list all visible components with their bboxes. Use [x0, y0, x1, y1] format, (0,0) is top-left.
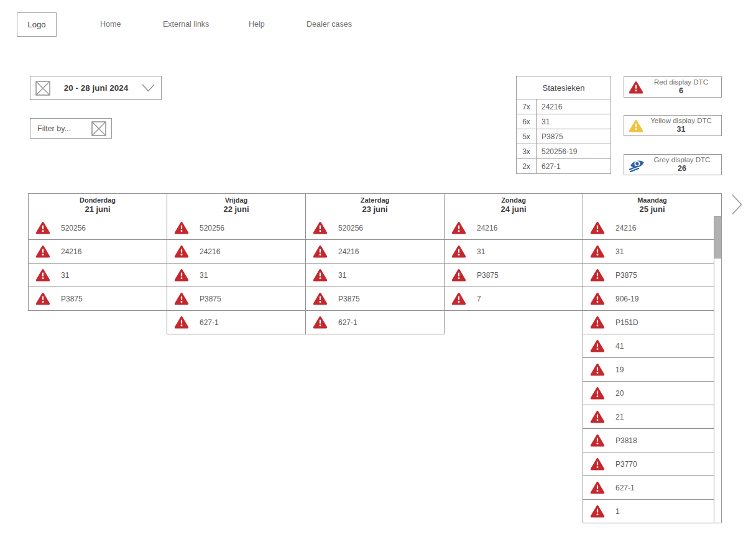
dtc-cell[interactable]: P3875	[583, 264, 714, 287]
dtc-cell[interactable]: 24216	[167, 240, 306, 264]
calendar-header-donderdag: Donderdag21 juni	[28, 193, 167, 217]
dtc-code: 24216	[200, 247, 220, 256]
red-warning-triangle-icon	[629, 81, 643, 94]
dtc-cell[interactable]: 31	[305, 264, 445, 287]
dtc-cell[interactable]: 520256	[305, 216, 445, 240]
dtc-cell[interactable]: 19	[583, 358, 714, 382]
calendar-day-date: 22 juni	[223, 204, 249, 214]
statistics-row: 6x31	[516, 114, 611, 129]
dtc-cell[interactable]: 627-1	[305, 311, 445, 334]
warning-triangle-icon	[590, 387, 605, 400]
warning-triangle-icon	[313, 221, 328, 234]
nav-item-help[interactable]: Help	[249, 20, 265, 29]
logo[interactable]: Logo	[17, 12, 57, 37]
calendar-header-maandag: Maandag25 juni	[583, 193, 722, 217]
dtc-cell[interactable]: 906-19	[583, 287, 714, 311]
nav-item-dealer-cases[interactable]: Dealer cases	[307, 20, 352, 29]
dtc-cell[interactable]: 24216	[583, 216, 714, 240]
dtc-code: P3818	[615, 436, 637, 445]
calendar-day-name: Donderdag	[80, 196, 116, 204]
dtc-cell[interactable]: P3818	[583, 429, 714, 452]
dtc-code: 7	[477, 295, 481, 303]
warning-triangle-icon	[590, 481, 605, 494]
dtc-card-label: Red display DTC	[643, 78, 719, 86]
nav-item-external-links[interactable]: External links	[163, 20, 209, 29]
dtc-cell[interactable]: 31	[167, 264, 306, 287]
calendar-day-name: Maandag	[637, 196, 667, 204]
warning-triangle-icon	[35, 245, 50, 258]
warning-triangle-icon	[451, 268, 466, 282]
dtc-code: 520256	[338, 224, 363, 232]
dtc-card-value: 26	[645, 164, 719, 173]
calendar-day-name: Zaterdag	[361, 196, 389, 204]
column-scrollbar[interactable]	[714, 216, 722, 523]
dtc-cell[interactable]: 31	[583, 240, 714, 264]
calendar-header-zondag: Zondag24 juni	[444, 193, 583, 217]
dtc-cell[interactable]: P3875	[305, 287, 445, 311]
calendar-placeholder-icon	[35, 81, 50, 96]
dtc-cell[interactable]: 1	[583, 500, 714, 523]
date-range-label: 20 - 28 juni 2024	[50, 83, 142, 93]
dtc-code: P3875	[338, 295, 360, 303]
warning-triangle-icon	[35, 268, 50, 282]
stat-code: 627-1	[536, 158, 611, 174]
warning-triangle-icon	[590, 505, 605, 518]
stat-code: 31	[536, 114, 611, 129]
dtc-cell[interactable]: 41	[583, 334, 714, 358]
dtc-code: 1	[615, 507, 620, 516]
nav-item-home[interactable]: Home	[100, 20, 121, 29]
dtc-code: 24216	[477, 224, 497, 232]
warning-triangle-icon	[590, 292, 605, 305]
dtc-cell[interactable]: P3875	[444, 264, 583, 287]
dtc-code: 31	[338, 271, 346, 280]
dtc-cell[interactable]: P3875	[167, 287, 306, 311]
calendar-header-zaterdag: Zaterdag23 juni	[305, 193, 445, 217]
dtc-cell[interactable]: 24216	[305, 240, 445, 264]
stat-count: 7x	[516, 99, 537, 114]
warning-triangle-icon	[313, 316, 328, 329]
date-range-picker[interactable]: 20 - 28 juni 2024	[30, 76, 162, 100]
dtc-card-yellow-display-dtc[interactable]: Yellow display DTC31	[624, 115, 722, 136]
dtc-cell[interactable]: 31	[28, 264, 167, 287]
warning-triangle-icon	[313, 268, 328, 282]
scrollbar-thumb[interactable]	[714, 217, 721, 259]
calendar-day-name: Vrijdag	[225, 196, 248, 204]
dtc-cell[interactable]: P3875	[28, 287, 167, 311]
dtc-cell[interactable]: P3770	[583, 452, 714, 476]
calendar-column-zaterdag: 5202562421631P3875627-1	[305, 216, 445, 334]
dtc-code: 21	[615, 413, 624, 421]
chevron-right-icon[interactable]	[731, 194, 743, 215]
calendar-day-name: Zondag	[501, 196, 526, 204]
dtc-cell[interactable]: 520256	[167, 216, 306, 240]
dtc-cell[interactable]: 21	[583, 405, 714, 429]
dtc-cell[interactable]: 627-1	[583, 476, 714, 500]
statistics-row: 2x627-1	[516, 158, 611, 174]
statistics-table: Statesieken 7x242166x315xP38753x520256-1…	[516, 76, 611, 174]
dtc-code: 31	[477, 247, 485, 256]
dtc-cell[interactable]: 20	[583, 382, 714, 405]
dtc-cell[interactable]: 24216	[28, 240, 167, 264]
warning-triangle-icon	[174, 221, 189, 234]
dtc-cell[interactable]: 627-1	[167, 311, 306, 334]
warning-triangle-icon	[451, 292, 466, 305]
dtc-code: 906-19	[615, 295, 638, 303]
dtc-cell[interactable]: P151D	[583, 311, 714, 334]
dtc-cell[interactable]: 24216	[444, 216, 583, 240]
warning-triangle-icon	[590, 221, 605, 234]
dtc-card-red-display-dtc[interactable]: Red display DTC6	[624, 76, 722, 98]
dtc-cell[interactable]: 7	[444, 287, 583, 311]
dtc-code: 627-1	[338, 318, 357, 327]
dtc-cell[interactable]: 31	[444, 240, 583, 264]
warning-triangle-icon	[35, 221, 50, 234]
dtc-code: 520256	[61, 224, 86, 232]
filter-input[interactable]: Filter by...	[30, 118, 112, 139]
dtc-cell[interactable]: 520256	[28, 216, 167, 240]
calendar-day-date: 23 juni	[362, 204, 387, 214]
stat-count: 3x	[516, 144, 537, 159]
dtc-code: 31	[615, 247, 624, 256]
dtc-card-grey-display-dtc[interactable]: Grey display DTC26	[624, 154, 722, 175]
warning-triangle-icon	[174, 245, 189, 258]
dtc-calendar: Donderdag21 juni5202562421631P3875Vrijda…	[28, 193, 724, 532]
warning-triangle-icon	[590, 339, 605, 352]
dtc-card-value: 31	[643, 125, 719, 134]
